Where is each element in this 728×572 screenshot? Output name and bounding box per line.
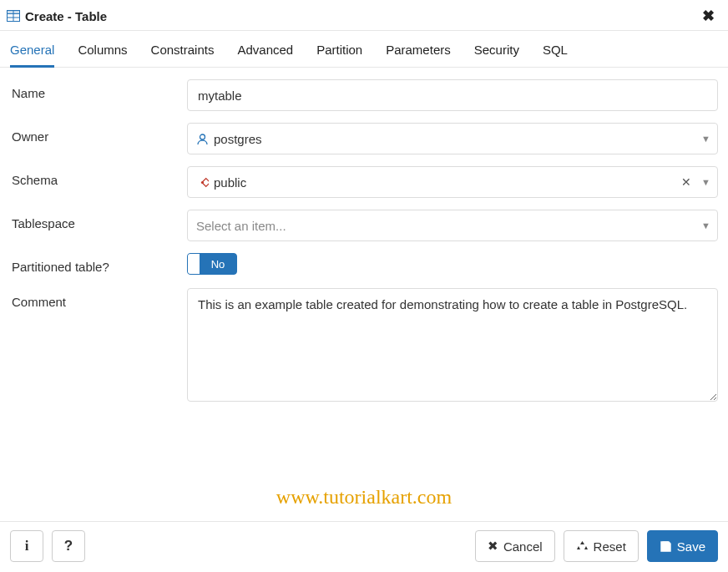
- form-area: Name Owner postgres ▼ Sche: [0, 68, 728, 521]
- tab-constraints[interactable]: Constraints: [151, 39, 215, 67]
- name-label: Name: [12, 79, 187, 100]
- save-icon: [660, 540, 672, 553]
- cancel-label: Cancel: [503, 539, 543, 554]
- owner-select[interactable]: postgres ▼: [187, 123, 718, 154]
- reset-label: Reset: [594, 539, 626, 554]
- cancel-button[interactable]: ✖ Cancel: [475, 530, 555, 562]
- svg-point-5: [200, 134, 205, 139]
- tab-parameters[interactable]: Parameters: [386, 39, 451, 67]
- schema-value: public: [214, 175, 246, 190]
- tablespace-label: Tablespace: [12, 210, 187, 230]
- toggle-label: No: [200, 258, 236, 271]
- schema-select[interactable]: public ✕ ▼: [187, 166, 718, 198]
- clear-icon[interactable]: ✕: [676, 175, 696, 189]
- create-table-dialog: Create - Table ✖ General Columns Constra…: [0, 0, 728, 572]
- schema-label: Schema: [12, 166, 187, 187]
- svg-rect-9: [663, 547, 668, 550]
- close-icon[interactable]: ✖: [699, 7, 718, 25]
- chevron-down-icon: ▼: [696, 220, 710, 230]
- close-icon: ✖: [488, 539, 498, 554]
- save-button[interactable]: Save: [647, 530, 718, 562]
- partitioned-toggle[interactable]: No: [187, 253, 237, 275]
- tab-partition[interactable]: Partition: [316, 39, 362, 67]
- table-icon: [7, 10, 20, 22]
- save-label: Save: [677, 539, 705, 554]
- tab-advanced[interactable]: Advanced: [237, 39, 293, 67]
- toggle-knob: [188, 254, 200, 274]
- info-button[interactable]: i: [10, 530, 43, 562]
- user-icon: [196, 133, 209, 145]
- dialog-tabs: General Columns Constraints Advanced Par…: [0, 31, 728, 68]
- chevron-down-icon: ▼: [696, 177, 710, 187]
- comment-label: Comment: [12, 288, 187, 309]
- info-icon: i: [25, 538, 29, 554]
- svg-point-7: [201, 180, 204, 183]
- schema-icon: [196, 176, 209, 189]
- tablespace-select[interactable]: Select an item... ▼: [187, 210, 718, 241]
- dialog-title: Create - Table: [25, 9, 699, 23]
- tab-general[interactable]: General: [10, 39, 54, 68]
- tab-columns[interactable]: Columns: [78, 39, 127, 67]
- tab-security[interactable]: Security: [474, 39, 519, 67]
- tab-sql[interactable]: SQL: [543, 39, 568, 67]
- recycle-icon: [576, 540, 589, 553]
- name-input[interactable]: [187, 79, 718, 111]
- owner-label: Owner: [12, 123, 187, 144]
- dialog-footer: i ? ✖ Cancel Reset Save: [0, 521, 728, 572]
- chevron-down-icon: ▼: [696, 134, 710, 144]
- owner-value: postgres: [214, 132, 262, 146]
- help-button[interactable]: ?: [52, 530, 85, 562]
- dialog-titlebar: Create - Table ✖: [0, 0, 728, 31]
- svg-rect-8: [663, 542, 668, 545]
- tablespace-placeholder: Select an item...: [196, 219, 286, 233]
- partitioned-label: Partitioned table?: [12, 253, 187, 274]
- reset-button[interactable]: Reset: [564, 530, 639, 562]
- comment-textarea[interactable]: [187, 288, 718, 402]
- help-icon: ?: [64, 538, 73, 554]
